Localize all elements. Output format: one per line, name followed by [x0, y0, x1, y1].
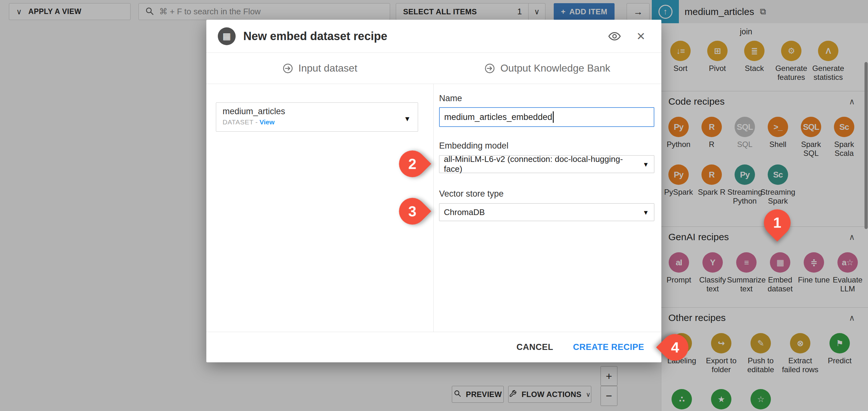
modal-title: New embed dataset recipe: [243, 30, 387, 43]
input-arrow-icon: [282, 63, 293, 74]
text-cursor: [553, 111, 554, 123]
modal-header: ▦ New embed dataset recipe ✕: [206, 20, 661, 53]
input-dataset-select[interactable]: medium_articles DATASET - View ▼: [216, 102, 418, 132]
create-recipe-button[interactable]: CREATE RECIPE: [573, 342, 644, 352]
page: ∨ APPLY A VIEW ⌘ + F to search in the Fl…: [0, 0, 868, 411]
watch-eye-icon[interactable]: [608, 30, 621, 43]
name-label: Name: [439, 94, 654, 103]
embed-recipe-icon: ▦: [218, 27, 236, 45]
input-dataset-header-label: Input dataset: [298, 62, 357, 74]
input-dataset-header: Input dataset: [206, 53, 433, 84]
output-knowledge-bank-header-label: Output Knowledge Bank: [500, 62, 610, 74]
vector-store-type-select[interactable]: ChromaDB ▼: [439, 203, 654, 221]
name-input-value: medium_articles_embedded: [444, 112, 552, 122]
dropdown-caret-icon: ▼: [643, 161, 649, 168]
modal-footer: CANCEL CREATE RECIPE: [206, 332, 661, 362]
column-divider: [433, 84, 434, 332]
dropdown-caret-icon: ▼: [643, 209, 649, 216]
vector-store-type-label: Vector store type: [439, 189, 654, 199]
input-dataset-type: DATASET: [223, 118, 253, 126]
new-embed-dataset-recipe-modal: ▦ New embed dataset recipe ✕ Input datas…: [206, 20, 661, 362]
embedding-model-select[interactable]: all-MiniLM-L6-v2 (connection: doc-local-…: [439, 155, 654, 173]
input-dataset-name: medium_articles: [223, 107, 411, 116]
name-input[interactable]: medium_articles_embedded: [439, 107, 654, 127]
modal-column-headers: Input dataset Output Knowledge Bank: [206, 53, 661, 84]
embedding-model-value: all-MiniLM-L6-v2 (connection: doc-local-…: [444, 154, 640, 174]
select-caret-icon: ▼: [404, 115, 411, 123]
close-icon[interactable]: ✕: [637, 31, 646, 42]
output-knowledge-bank-header: Output Knowledge Bank: [433, 53, 661, 84]
modal-body: medium_articles DATASET - View ▼ Name me…: [206, 84, 661, 332]
cancel-button[interactable]: CANCEL: [517, 342, 553, 352]
view-dataset-link[interactable]: View: [259, 118, 275, 126]
vector-store-type-value: ChromaDB: [444, 207, 485, 217]
separator: -: [253, 118, 259, 126]
output-arrow-icon: [484, 63, 495, 74]
embedding-model-label: Embedding model: [439, 141, 654, 151]
